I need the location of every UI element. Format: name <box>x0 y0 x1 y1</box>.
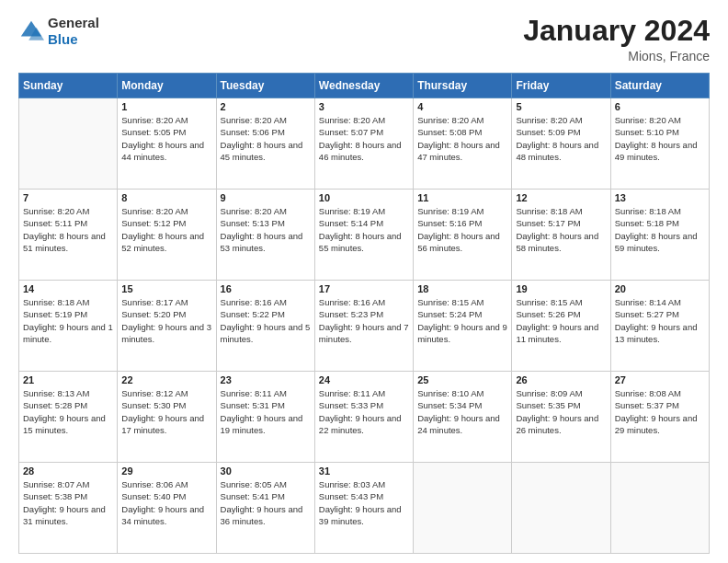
day-number: 3 <box>319 101 409 112</box>
day-number: 24 <box>319 374 409 385</box>
calendar-cell: 16Sunrise: 8:16 AMSunset: 5:22 PMDayligh… <box>216 281 314 372</box>
calendar-row-1: 7Sunrise: 8:20 AMSunset: 5:11 PMDaylight… <box>19 190 710 281</box>
day-info: Sunrise: 8:11 AMSunset: 5:33 PMDaylight:… <box>319 387 409 436</box>
day-info: Sunrise: 8:16 AMSunset: 5:23 PMDaylight:… <box>319 296 409 345</box>
day-number: 4 <box>417 101 507 112</box>
day-number: 8 <box>121 192 211 203</box>
calendar-cell: 6Sunrise: 8:20 AMSunset: 5:10 PMDaylight… <box>610 98 709 190</box>
day-number: 18 <box>417 283 507 294</box>
day-info: Sunrise: 8:12 AMSunset: 5:30 PMDaylight:… <box>121 387 211 436</box>
day-info: Sunrise: 8:20 AMSunset: 5:13 PMDaylight:… <box>221 205 311 254</box>
title-block: January 2024 Mions, France <box>523 15 710 63</box>
day-info: Sunrise: 8:18 AMSunset: 5:18 PMDaylight:… <box>615 205 705 254</box>
calendar-header-friday: Friday <box>512 74 610 98</box>
day-number: 19 <box>516 283 606 294</box>
page-subtitle: Mions, France <box>523 49 710 63</box>
day-number: 14 <box>23 283 113 294</box>
header: General Blue January 2024 Mions, France <box>18 15 710 63</box>
calendar-cell: 31Sunrise: 8:03 AMSunset: 5:43 PMDayligh… <box>314 463 413 554</box>
calendar-cell: 11Sunrise: 8:19 AMSunset: 5:16 PMDayligh… <box>414 190 512 281</box>
day-number: 10 <box>319 192 409 203</box>
day-info: Sunrise: 8:15 AMSunset: 5:26 PMDaylight:… <box>516 296 606 345</box>
calendar-cell: 17Sunrise: 8:16 AMSunset: 5:23 PMDayligh… <box>314 281 413 372</box>
calendar-header-saturday: Saturday <box>610 74 709 98</box>
calendar-cell: 2Sunrise: 8:20 AMSunset: 5:06 PMDaylight… <box>216 98 314 190</box>
calendar-cell: 18Sunrise: 8:15 AMSunset: 5:24 PMDayligh… <box>414 281 512 372</box>
calendar-row-2: 14Sunrise: 8:18 AMSunset: 5:19 PMDayligh… <box>19 281 710 372</box>
calendar-cell: 5Sunrise: 8:20 AMSunset: 5:09 PMDaylight… <box>512 98 610 190</box>
calendar-cell <box>414 463 512 554</box>
day-info: Sunrise: 8:03 AMSunset: 5:43 PMDaylight:… <box>319 478 409 527</box>
calendar-header-tuesday: Tuesday <box>216 74 314 98</box>
day-number: 27 <box>615 374 705 385</box>
day-info: Sunrise: 8:07 AMSunset: 5:38 PMDaylight:… <box>23 478 113 527</box>
day-info: Sunrise: 8:20 AMSunset: 5:10 PMDaylight:… <box>615 114 705 163</box>
logo-blue: Blue <box>48 31 78 47</box>
day-info: Sunrise: 8:16 AMSunset: 5:22 PMDaylight:… <box>221 296 311 345</box>
calendar-cell: 23Sunrise: 8:11 AMSunset: 5:31 PMDayligh… <box>216 372 314 463</box>
calendar-row-0: 1Sunrise: 8:20 AMSunset: 5:05 PMDaylight… <box>19 98 710 190</box>
calendar-cell: 28Sunrise: 8:07 AMSunset: 5:38 PMDayligh… <box>19 463 118 554</box>
day-info: Sunrise: 8:06 AMSunset: 5:40 PMDaylight:… <box>121 478 211 527</box>
day-info: Sunrise: 8:05 AMSunset: 5:41 PMDaylight:… <box>221 478 311 527</box>
day-number: 1 <box>121 101 211 112</box>
day-info: Sunrise: 8:13 AMSunset: 5:28 PMDaylight:… <box>23 387 113 436</box>
day-number: 11 <box>417 192 507 203</box>
calendar-cell: 8Sunrise: 8:20 AMSunset: 5:12 PMDaylight… <box>118 190 216 281</box>
day-number: 12 <box>516 192 606 203</box>
calendar-cell: 4Sunrise: 8:20 AMSunset: 5:08 PMDaylight… <box>414 98 512 190</box>
day-number: 7 <box>23 192 113 203</box>
day-info: Sunrise: 8:20 AMSunset: 5:11 PMDaylight:… <box>23 205 113 254</box>
day-number: 20 <box>615 283 705 294</box>
calendar-cell: 24Sunrise: 8:11 AMSunset: 5:33 PMDayligh… <box>314 372 413 463</box>
calendar-cell <box>19 98 118 190</box>
day-info: Sunrise: 8:18 AMSunset: 5:17 PMDaylight:… <box>516 205 606 254</box>
day-info: Sunrise: 8:14 AMSunset: 5:27 PMDaylight:… <box>615 296 705 345</box>
day-number: 21 <box>23 374 113 385</box>
logo-general: General <box>48 15 99 30</box>
page: General Blue January 2024 Mions, France … <box>0 0 728 563</box>
day-info: Sunrise: 8:11 AMSunset: 5:31 PMDaylight:… <box>221 387 311 436</box>
calendar-header-wednesday: Wednesday <box>314 74 413 98</box>
day-number: 29 <box>121 465 211 477</box>
calendar-header-sunday: Sunday <box>19 74 118 98</box>
calendar-cell: 14Sunrise: 8:18 AMSunset: 5:19 PMDayligh… <box>19 281 118 372</box>
day-info: Sunrise: 8:18 AMSunset: 5:19 PMDaylight:… <box>23 296 113 345</box>
day-number: 25 <box>417 374 507 385</box>
calendar-cell: 1Sunrise: 8:20 AMSunset: 5:05 PMDaylight… <box>118 98 216 190</box>
day-info: Sunrise: 8:19 AMSunset: 5:14 PMDaylight:… <box>319 205 409 254</box>
calendar-table: SundayMondayTuesdayWednesdayThursdayFrid… <box>18 73 710 554</box>
day-number: 2 <box>221 101 311 112</box>
logo: General Blue <box>18 15 99 48</box>
logo-text: General Blue <box>48 15 99 48</box>
calendar-cell: 13Sunrise: 8:18 AMSunset: 5:18 PMDayligh… <box>610 190 709 281</box>
day-number: 9 <box>221 192 311 203</box>
calendar-cell: 20Sunrise: 8:14 AMSunset: 5:27 PMDayligh… <box>610 281 709 372</box>
day-number: 13 <box>615 192 705 203</box>
calendar-cell <box>512 463 610 554</box>
day-info: Sunrise: 8:09 AMSunset: 5:35 PMDaylight:… <box>516 387 606 436</box>
day-number: 15 <box>121 283 211 294</box>
calendar-cell <box>610 463 709 554</box>
day-info: Sunrise: 8:20 AMSunset: 5:12 PMDaylight:… <box>121 205 211 254</box>
day-number: 5 <box>516 101 606 112</box>
logo-icon <box>18 18 44 44</box>
day-number: 16 <box>221 283 311 294</box>
calendar-cell: 26Sunrise: 8:09 AMSunset: 5:35 PMDayligh… <box>512 372 610 463</box>
day-info: Sunrise: 8:19 AMSunset: 5:16 PMDaylight:… <box>417 205 507 254</box>
day-info: Sunrise: 8:20 AMSunset: 5:07 PMDaylight:… <box>319 114 409 163</box>
page-title: January 2024 <box>523 15 710 47</box>
calendar-cell: 10Sunrise: 8:19 AMSunset: 5:14 PMDayligh… <box>314 190 413 281</box>
calendar-cell: 29Sunrise: 8:06 AMSunset: 5:40 PMDayligh… <box>118 463 216 554</box>
calendar-cell: 22Sunrise: 8:12 AMSunset: 5:30 PMDayligh… <box>118 372 216 463</box>
day-number: 23 <box>221 374 311 385</box>
day-info: Sunrise: 8:15 AMSunset: 5:24 PMDaylight:… <box>417 296 507 345</box>
calendar-cell: 30Sunrise: 8:05 AMSunset: 5:41 PMDayligh… <box>216 463 314 554</box>
day-number: 31 <box>319 465 409 477</box>
calendar-header-monday: Monday <box>118 74 216 98</box>
day-number: 30 <box>221 465 311 477</box>
calendar-row-3: 21Sunrise: 8:13 AMSunset: 5:28 PMDayligh… <box>19 372 710 463</box>
calendar-cell: 21Sunrise: 8:13 AMSunset: 5:28 PMDayligh… <box>19 372 118 463</box>
calendar-cell: 19Sunrise: 8:15 AMSunset: 5:26 PMDayligh… <box>512 281 610 372</box>
day-info: Sunrise: 8:20 AMSunset: 5:09 PMDaylight:… <box>516 114 606 163</box>
